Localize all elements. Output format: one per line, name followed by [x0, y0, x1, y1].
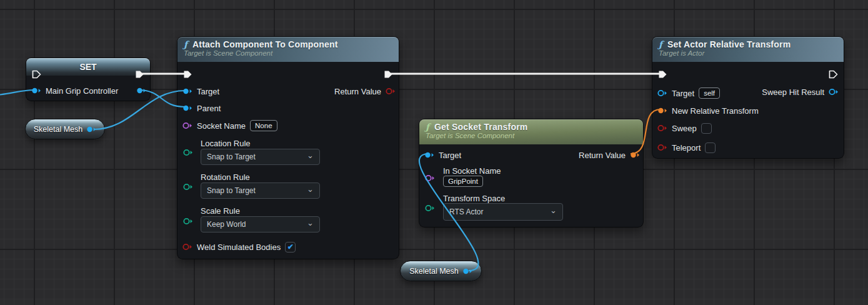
teleport-checkbox[interactable] — [705, 142, 716, 153]
rotation-rule-value: Snap to Target — [207, 186, 256, 195]
blueprint-graph-canvas[interactable]: SET Main Grip Controller Skeletal Mesh ƒ… — [0, 0, 868, 305]
target-pin[interactable] — [424, 151, 434, 159]
main-grip-controller-label: Main Grip Controller — [46, 86, 118, 96]
scale-rule-dropdown[interactable]: Keep World ⌄ — [201, 216, 320, 232]
target-pin[interactable] — [182, 88, 192, 95]
parent-pin[interactable] — [182, 104, 192, 112]
variable-node-skeletal-mesh-bottom[interactable]: Skeletal Mesh — [400, 261, 482, 281]
in-socket-name-pin[interactable] — [425, 173, 435, 181]
function-icon: ƒ — [659, 39, 662, 49]
location-rule-value: Snap to Target — [207, 152, 256, 161]
skeletal-mesh-label: Skeletal Mesh — [409, 267, 459, 276]
sweep-label: Sweep — [672, 124, 697, 133]
teleport-label: Teleport — [672, 143, 701, 152]
teleport-pin[interactable] — [657, 144, 667, 151]
chevron-down-icon: ⌄ — [550, 208, 557, 214]
get-socket-node-header[interactable]: ƒ Get Socket Transform Target is Scene C… — [419, 119, 643, 144]
transform-space-value: RTS Actor — [449, 208, 483, 216]
exec-in-pin[interactable] — [183, 69, 192, 79]
transform-space-dropdown[interactable]: RTS Actor ⌄ — [443, 203, 563, 221]
return-value-pin[interactable] — [630, 151, 640, 159]
in-socket-name-label: In Socket Name — [443, 166, 501, 176]
get-socket-node-title: Get Socket Transform — [434, 122, 528, 132]
skeletal-mesh-label: Skeletal Mesh — [34, 125, 83, 134]
function-icon: ƒ — [184, 39, 187, 49]
sweep-checkbox[interactable] — [701, 123, 712, 134]
node-set-main-grip-controller[interactable]: SET Main Grip Controller — [26, 58, 151, 101]
location-rule-label: Location Rule — [201, 139, 251, 148]
scale-rule-label: Scale Rule — [201, 206, 240, 216]
chevron-down-icon: ⌄ — [307, 152, 314, 159]
scale-rule-value: Keep World — [207, 220, 246, 229]
main-grip-controller-input-pin[interactable] — [31, 87, 41, 94]
rotation-rule-dropdown[interactable]: Snap to Target ⌄ — [201, 182, 320, 199]
set-node-title: SET — [79, 62, 96, 72]
function-icon: ƒ — [426, 122, 429, 132]
return-value-label: Return Value — [579, 151, 626, 160]
attach-node-header[interactable]: ƒ Attach Component To Component Target i… — [177, 37, 399, 62]
set-node-header[interactable]: SET — [26, 58, 150, 76]
check-icon: ✔ — [287, 242, 294, 251]
attach-node-title: Attach Component To Component — [192, 39, 338, 49]
exec-out-pin[interactable] — [135, 69, 144, 79]
skeletal-mesh-output-pin[interactable] — [86, 126, 96, 133]
socket-name-input[interactable]: None — [250, 120, 277, 131]
weld-simulated-bodies-label: Weld Simulated Bodies — [197, 242, 281, 252]
variable-node-skeletal-mesh-left[interactable]: Skeletal Mesh — [25, 119, 105, 139]
target-label: Target — [672, 89, 694, 98]
rotation-rule-pin[interactable] — [183, 182, 193, 189]
node-get-socket-transform[interactable]: ƒ Get Socket Transform Target is Scene C… — [419, 119, 644, 228]
rotation-rule-label: Rotation Rule — [201, 172, 250, 182]
location-rule-dropdown[interactable]: Snap to Target ⌄ — [201, 149, 320, 165]
parent-label: Parent — [197, 104, 221, 113]
transform-space-label: Transform Space — [443, 194, 505, 203]
set-actor-node-title: Set Actor Relative Transform — [667, 39, 791, 49]
chevron-down-icon: ⌄ — [307, 186, 314, 192]
transform-space-pin[interactable] — [425, 203, 435, 211]
target-self-input[interactable]: self — [699, 88, 720, 99]
set-actor-node-header[interactable]: ƒ Set Actor Relative Transform Target is… — [652, 37, 844, 62]
return-value-pin[interactable] — [386, 88, 396, 95]
exec-in-pin[interactable] — [32, 69, 41, 79]
exec-in-pin[interactable] — [658, 69, 667, 79]
new-relative-transform-label: New Relative Transform — [672, 106, 759, 116]
sweep-hit-result-pin[interactable] — [829, 88, 839, 96]
sweep-hit-result-label: Sweep Hit Result — [762, 88, 824, 97]
skeletal-mesh-output-pin[interactable] — [462, 268, 472, 275]
weld-simulated-bodies-pin[interactable] — [182, 243, 192, 251]
set-actor-node-subtitle: Target is Actor — [659, 49, 837, 57]
get-socket-node-subtitle: Target is Scene Component — [426, 132, 637, 139]
attach-node-subtitle: Target is Scene Component — [184, 49, 392, 57]
target-pin[interactable] — [657, 89, 667, 97]
target-label: Target — [439, 151, 461, 160]
weld-simulated-bodies-checkbox[interactable]: ✔ — [285, 242, 296, 252]
node-attach-component-to-component[interactable]: ƒ Attach Component To Component Target i… — [177, 36, 399, 259]
sweep-pin[interactable] — [657, 124, 667, 132]
exec-out-pin[interactable] — [829, 69, 838, 79]
node-set-actor-relative-transform[interactable]: ƒ Set Actor Relative Transform Target is… — [652, 36, 844, 159]
chevron-down-icon: ⌄ — [307, 220, 314, 226]
return-value-label: Return Value — [334, 87, 381, 96]
in-socket-name-input[interactable]: GripPoint — [443, 176, 483, 187]
main-grip-controller-output-pin[interactable] — [136, 87, 146, 94]
scale-rule-pin[interactable] — [183, 216, 193, 224]
socket-name-label: Socket Name — [197, 121, 246, 131]
target-label: Target — [197, 87, 219, 96]
exec-out-pin[interactable] — [384, 69, 393, 79]
new-relative-transform-pin[interactable] — [657, 107, 667, 114]
socket-name-pin[interactable] — [182, 122, 192, 129]
location-rule-pin[interactable] — [183, 148, 193, 155]
